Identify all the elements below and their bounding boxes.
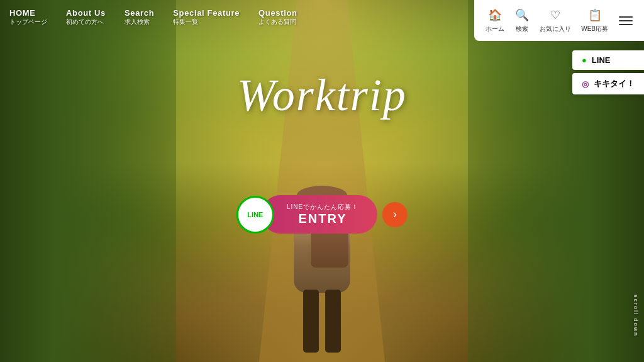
hamburger-line-1 <box>619 16 633 18</box>
nav-about[interactable]: About Us 初めての方へ <box>66 8 106 26</box>
hamburger-line-2 <box>619 20 633 21</box>
figure-leg-left <box>303 290 319 353</box>
panel-web-apply[interactable]: 📋 WEB応募 <box>576 5 613 37</box>
figure-leg-right <box>325 290 341 353</box>
entry-arrow-icon: › <box>382 202 408 227</box>
figure-legs <box>303 290 341 362</box>
entry-button[interactable]: LINE LINEでかんたん応募！ ENTRY › <box>236 195 408 234</box>
search-icon: 🔍 <box>515 8 529 22</box>
tree-left <box>0 0 176 362</box>
line-badge: LINE <box>236 196 274 234</box>
kikitai-side-button[interactable]: ◎ キキタイ！ <box>572 73 644 94</box>
kikitai-icon: ◎ <box>582 79 589 89</box>
hamburger-menu[interactable] <box>614 11 638 30</box>
nav-search[interactable]: Search 求人検索 <box>125 8 154 26</box>
nav-special[interactable]: Special Feature 特集一覧 <box>173 8 240 26</box>
right-panel: 🏠 ホーム 🔍 検索 ♡ お気に入り 📋 WEB応募 <box>474 0 644 41</box>
hero-section: HOME トップページ About Us 初めての方へ Search 求人検索 … <box>0 0 644 362</box>
line-side-button[interactable]: ● LINE <box>572 50 644 70</box>
hamburger-line-3 <box>619 24 633 25</box>
panel-favorite[interactable]: ♡ お気に入り <box>535 5 576 37</box>
top-nav: HOME トップページ About Us 初めての方へ Search 求人検索 … <box>0 0 644 35</box>
heart-icon: ♡ <box>550 8 560 22</box>
nav-home[interactable]: HOME トップページ <box>9 8 47 26</box>
panel-search[interactable]: 🔍 検索 <box>510 5 534 37</box>
line-icon: ● <box>582 55 587 65</box>
web-apply-icon: 📋 <box>588 8 602 22</box>
home-icon: 🏠 <box>488 8 502 22</box>
entry-main: LINEでかんたん応募！ ENTRY <box>262 195 377 234</box>
hero-title: Worktrip <box>237 69 406 122</box>
panel-home[interactable]: 🏠 ホーム <box>480 5 509 37</box>
scroll-down-label: scroll down <box>633 295 639 337</box>
side-buttons: ● LINE ◎ キキタイ！ <box>572 50 644 94</box>
nav-items: HOME トップページ About Us 初めての方へ Search 求人検索 … <box>9 8 297 26</box>
nav-question[interactable]: Question よくある質問 <box>258 8 297 26</box>
